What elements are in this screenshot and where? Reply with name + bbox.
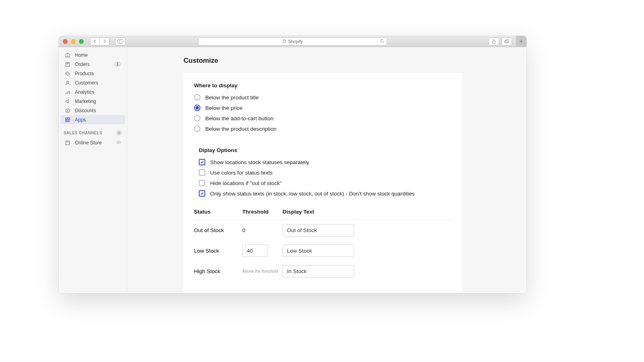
sidebar-item-discounts[interactable]: Discounts — [60, 106, 125, 115]
app-window: Shopify + Home Orders 1 — [59, 36, 526, 293]
table-row: High Stock Above the threshold — [194, 261, 452, 282]
orders-badge: 1 — [114, 62, 121, 67]
cell-status: Out of Stock — [194, 227, 242, 233]
svg-point-9 — [67, 81, 69, 83]
radio-below-add-to-cart[interactable]: Below the add-to-cart button — [194, 115, 452, 121]
address-bar[interactable]: Shopify — [198, 37, 387, 45]
maximize-window-button[interactable] — [79, 39, 84, 44]
svg-rect-17 — [66, 118, 67, 119]
sidebar-item-customers[interactable]: Customers — [60, 78, 125, 87]
svg-point-15 — [66, 109, 67, 110]
sidebar-item-label: Analytics — [75, 89, 94, 95]
reload-icon[interactable] — [380, 39, 384, 44]
discounts-icon — [64, 107, 71, 114]
window-controls — [63, 39, 84, 44]
new-tab-button[interactable]: + — [516, 36, 526, 47]
header-status: Status — [194, 209, 242, 215]
lock-icon — [283, 39, 286, 44]
check-show-locations[interactable]: Show locations stock statuses separately — [199, 159, 452, 165]
view-store-icon[interactable] — [116, 140, 121, 146]
table-header: Status Threshold Display Text — [194, 209, 452, 220]
svg-point-16 — [68, 111, 68, 111]
radio-label: Below the add-to-cart button — [205, 115, 274, 121]
section-display-title: Diplay Options — [199, 147, 452, 153]
threshold-hint: Above the threshold — [242, 269, 283, 274]
sidebar-item-label: Apps — [75, 117, 86, 123]
home-icon — [64, 52, 71, 58]
sidebar-section-header: SALES CHANNELS + — [59, 124, 127, 138]
add-channel-button[interactable]: + — [116, 130, 122, 136]
check-label: Hide locations if "out of stock" — [210, 180, 282, 186]
svg-rect-6 — [506, 39, 509, 42]
sidebar-item-label: Online Store — [75, 140, 102, 146]
section-where-title: Where to display — [194, 82, 452, 88]
sidebar-item-analytics[interactable]: Analytics — [60, 87, 125, 97]
nav-back-forward — [90, 37, 109, 45]
sidebar-item-products[interactable]: Products — [60, 69, 125, 78]
close-window-button[interactable] — [63, 39, 68, 44]
cell-status: High Stock — [194, 268, 242, 274]
sidebar-item-online-store[interactable]: Online Store — [60, 138, 125, 147]
check-label: Only show status texts (in stock, low st… — [210, 191, 415, 197]
main-content: Customize Where to display Below the pro… — [127, 47, 526, 293]
svg-rect-5 — [505, 40, 508, 43]
svg-point-21 — [118, 142, 119, 143]
checkbox-icon — [199, 190, 205, 197]
orders-icon — [64, 61, 71, 68]
display-text-input[interactable] — [283, 224, 354, 237]
status-table: Status Threshold Display Text Out of Sto… — [194, 209, 452, 282]
sidebar-item-label: Marketing — [75, 99, 96, 104]
radio-icon — [194, 94, 200, 101]
svg-rect-2 — [283, 41, 286, 43]
sidebar-item-label: Orders — [75, 62, 90, 67]
sidebar-item-apps[interactable]: Apps — [60, 115, 125, 124]
svg-rect-19 — [66, 120, 67, 122]
sidebar-item-label: Home — [75, 52, 88, 58]
apps-icon — [64, 117, 71, 123]
checkbox-icon — [199, 159, 205, 165]
store-icon — [64, 140, 71, 146]
checkbox-icon — [199, 180, 205, 186]
radio-label: Below the price — [205, 105, 242, 111]
back-button[interactable] — [90, 37, 100, 45]
minimize-window-button[interactable] — [71, 39, 76, 44]
sidebar-item-orders[interactable]: Orders 1 — [60, 60, 125, 69]
header-display: Display Text — [283, 209, 452, 215]
share-button[interactable] — [489, 37, 499, 45]
check-label: Show locations stock statuses separately — [210, 159, 309, 165]
sidebar-section-label: SALES CHANNELS — [64, 131, 102, 135]
check-label: Use colors for status texts — [210, 170, 272, 176]
radio-below-price[interactable]: Below the price — [194, 105, 452, 111]
forward-button[interactable] — [100, 37, 109, 45]
content-area: Home Orders 1 Products Customers Analyti… — [59, 47, 526, 293]
customers-icon — [64, 80, 71, 86]
radio-below-description[interactable]: Below the product description — [194, 125, 452, 132]
settings-card: Where to display Below the product title… — [184, 73, 462, 293]
table-row: Out of Stock 0 — [194, 220, 452, 241]
sidebar-item-marketing[interactable]: Marketing — [60, 97, 125, 106]
address-text: Shopify — [288, 39, 303, 44]
table-row: Low Stock — [194, 241, 452, 261]
radio-below-title[interactable]: Below the product title — [194, 94, 452, 101]
sidebar-item-label: Customers — [75, 80, 98, 86]
sidebar: Home Orders 1 Products Customers Analyti… — [59, 47, 127, 293]
sidebar-item-home[interactable]: Home — [60, 50, 125, 60]
tabs-button[interactable] — [502, 37, 512, 45]
cell-threshold: 0 — [242, 227, 283, 233]
sidebar-toggle-button[interactable] — [115, 37, 126, 45]
radio-icon — [194, 115, 200, 121]
svg-rect-18 — [68, 118, 70, 119]
display-text-input[interactable] — [283, 265, 354, 278]
check-use-colors[interactable]: Use colors for status texts — [199, 169, 452, 176]
analytics-icon — [64, 89, 71, 95]
radio-label: Below the product title — [205, 95, 259, 101]
products-icon — [64, 70, 71, 77]
radio-icon — [194, 105, 200, 111]
threshold-input[interactable] — [242, 245, 268, 257]
display-text-input[interactable] — [283, 245, 354, 257]
svg-rect-20 — [66, 142, 70, 145]
cell-status: Low Stock — [194, 248, 242, 254]
check-hide-oos[interactable]: Hide locations if "out of stock" — [199, 180, 452, 186]
checkbox-icon — [199, 169, 205, 176]
check-only-status-texts[interactable]: Only show status texts (in stock, low st… — [199, 190, 452, 197]
